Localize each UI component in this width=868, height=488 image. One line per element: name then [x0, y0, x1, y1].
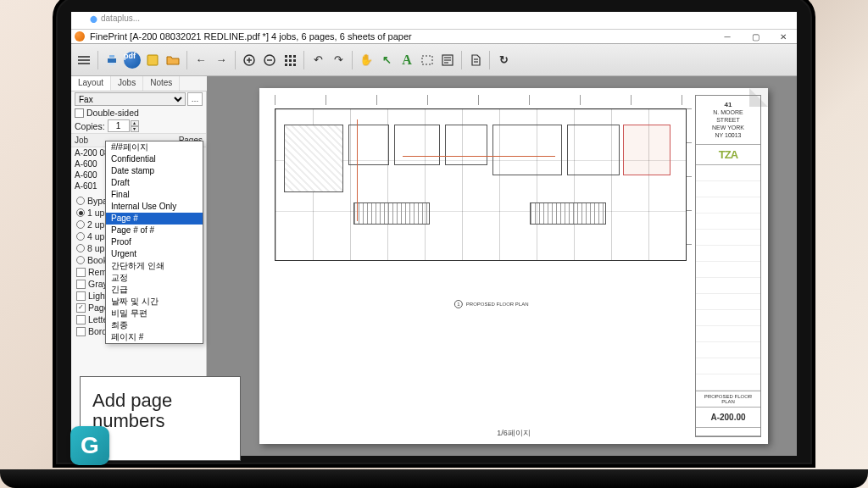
undo-icon[interactable]: ↶	[309, 51, 327, 69]
app-icon	[75, 31, 85, 42]
sheet-number: A-200.00	[696, 408, 760, 428]
svg-rect-2	[78, 63, 90, 64]
double-sided-label: Double-sided	[86, 108, 139, 118]
svg-rect-18	[285, 64, 287, 66]
minimize-button[interactable]: ─	[714, 29, 741, 44]
dropdown-item[interactable]: Confidential	[106, 153, 203, 165]
svg-rect-5	[109, 63, 114, 65]
svg-rect-3	[108, 58, 116, 63]
svg-rect-15	[285, 59, 287, 62]
borders-checkbox[interactable]	[76, 327, 86, 336]
zoom-in-icon[interactable]	[240, 51, 259, 69]
svg-rect-4	[109, 55, 114, 58]
lighten-checkbox[interactable]	[76, 291, 86, 301]
maximize-button[interactable]: ▢	[742, 29, 769, 44]
copies-label: Copies:	[75, 121, 105, 131]
svg-rect-17	[293, 59, 296, 62]
toolbar: pdf ← →	[71, 44, 797, 76]
menu-icon[interactable]	[75, 51, 93, 69]
printer-more-button[interactable]: …	[187, 92, 203, 106]
svg-rect-19	[289, 64, 292, 66]
select-tool-icon[interactable]: ↖	[377, 51, 396, 69]
thumbnails-icon[interactable]	[281, 51, 299, 69]
2up-radio[interactable]	[76, 220, 85, 229]
tab-jobs[interactable]: Jobs	[111, 76, 143, 91]
page-tag-footer: 1/6페이지	[497, 428, 531, 439]
dropdown-item[interactable]: 긴급	[106, 284, 203, 296]
double-sided-checkbox[interactable]	[75, 108, 84, 118]
dropdown-item[interactable]: Page # of #	[106, 225, 203, 236]
copies-up[interactable]: ▴	[131, 120, 139, 126]
grayscale-checkbox[interactable]	[76, 280, 86, 289]
1up-radio[interactable]	[76, 208, 85, 217]
svg-rect-20	[293, 64, 296, 66]
svg-rect-1	[78, 59, 90, 61]
dropdown-item[interactable]: Proof	[106, 236, 203, 248]
text-tool-icon[interactable]: A	[398, 51, 416, 69]
back-icon[interactable]: ←	[192, 51, 210, 69]
rect-tool-icon[interactable]	[418, 51, 437, 69]
4up-radio[interactable]	[76, 232, 85, 241]
dropdown-item[interactable]: Urgent	[106, 248, 203, 260]
svg-rect-0	[78, 56, 90, 58]
bypass-radio[interactable]	[76, 197, 85, 205]
title-block: 41 N. MOORE STREET NEW YORK NY 10013 TZA…	[695, 95, 761, 437]
plan-caption: 1 PROPOSED FLOOR PLAN	[454, 300, 529, 308]
firm-logo: TZA	[696, 145, 760, 165]
tab-layout[interactable]: Layout	[71, 76, 111, 91]
tab-notes[interactable]: Notes	[143, 76, 180, 91]
dropdown-item[interactable]: 최종	[106, 319, 203, 331]
page-tag-dropdown[interactable]: #/#페이지ConfidentialDate stampDraftFinalIn…	[105, 141, 203, 344]
hand-tool-icon[interactable]: ✋	[357, 51, 376, 69]
refresh-icon[interactable]: ↻	[494, 51, 513, 69]
redo-icon[interactable]: ↷	[329, 51, 348, 69]
window-title: FinePrint [A-200 08032021 REDLINE.pdf *]…	[90, 31, 412, 42]
svg-rect-14	[293, 55, 296, 58]
pdf-icon[interactable]: pdf	[123, 51, 142, 69]
dropdown-item[interactable]: 비밀 무편	[106, 308, 203, 319]
svg-rect-16	[289, 59, 292, 62]
preview-area[interactable]: 1 PROPOSED FLOOR PLAN 41 N. MOORE STREET…	[207, 76, 797, 456]
note-tool-icon[interactable]	[438, 51, 457, 69]
dimension-marks	[687, 108, 692, 261]
page-tool-icon[interactable]	[466, 51, 485, 69]
copies-input[interactable]	[108, 119, 130, 132]
remove-graphics-checkbox[interactable]	[76, 268, 86, 277]
dropdown-item[interactable]: #/#페이지	[106, 141, 203, 153]
tutorial-callout: Add page numbers G	[80, 376, 241, 461]
floor-plan	[275, 108, 687, 261]
letterhead-checkbox[interactable]	[76, 315, 86, 324]
dropdown-item[interactable]: 날짜 및 시간	[106, 296, 203, 308]
callout-badge-icon: G	[70, 426, 109, 465]
print-icon[interactable]	[103, 51, 121, 69]
dropdown-item[interactable]: 페이지 #	[106, 331, 203, 343]
save-icon[interactable]	[143, 51, 162, 69]
svg-rect-13	[289, 55, 292, 58]
laptop-base	[0, 469, 868, 488]
svg-rect-21	[422, 56, 432, 64]
svg-rect-6	[147, 55, 158, 65]
side-tabs: Layout Jobs Notes	[71, 76, 207, 92]
background-tab: dataplus...	[90, 14, 140, 27]
dropdown-item[interactable]: Internal Use Only	[106, 201, 203, 213]
close-button[interactable]: ✕	[770, 29, 797, 44]
open-icon[interactable]	[164, 51, 182, 69]
dimension-marks	[275, 95, 687, 105]
dropdown-item[interactable]: 간단하게 인쇄	[106, 260, 203, 272]
dropdown-item[interactable]: Date stamp	[106, 165, 203, 177]
callout-text: Add page numbers	[92, 390, 172, 431]
printer-select[interactable]: Fax	[75, 92, 186, 106]
titlebar: FinePrint [A-200 08032021 REDLINE.pdf *]…	[71, 29, 797, 44]
page-preview: 1 PROPOSED FLOOR PLAN 41 N. MOORE STREET…	[259, 88, 768, 444]
page-tag-checkbox[interactable]: ✓	[76, 303, 86, 313]
dropdown-item[interactable]: 교정	[106, 272, 203, 284]
dropdown-item[interactable]: Final	[106, 189, 203, 201]
copies-down[interactable]: ▾	[131, 126, 139, 132]
dropdown-item[interactable]: Page #	[106, 213, 203, 225]
zoom-out-icon[interactable]	[260, 51, 279, 69]
svg-rect-12	[285, 55, 287, 58]
dropdown-item[interactable]: Draft	[106, 177, 203, 189]
8up-radio[interactable]	[76, 244, 85, 252]
forward-icon[interactable]: →	[212, 51, 231, 69]
booklet-radio[interactable]	[76, 256, 85, 264]
